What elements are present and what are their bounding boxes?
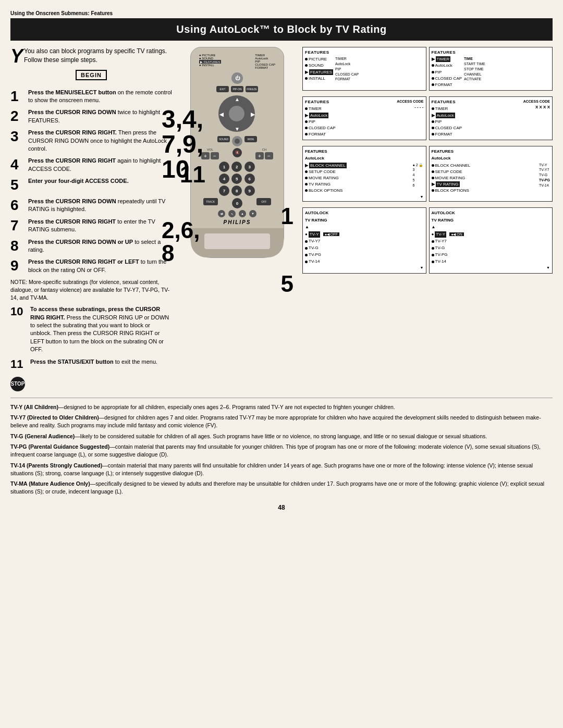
arrow-icon: ▶ <box>432 181 435 187</box>
panel-8-subtitle: TV RATING <box>432 217 550 224</box>
btn-1[interactable]: 1 <box>219 162 229 172</box>
ch-group: CH + − <box>255 148 273 159</box>
btn-5[interactable]: 5 <box>231 174 242 184</box>
btn-6[interactable]: 6 <box>244 174 255 184</box>
panel-3-title: FEATURES <box>305 99 336 105</box>
step-2: 2 Press the CURSOR RING DOWN twice to hi… <box>10 108 172 125</box>
pip-btn[interactable]: PIP-ON <box>231 86 243 92</box>
panel-6-block: BLOCK OPTIONS <box>432 188 471 193</box>
bullet-icon <box>305 133 308 135</box>
ch-label: CH <box>262 148 267 151</box>
panel-6-setup: SETUP CODE <box>432 169 471 175</box>
right-column: FEATURES PICTURE SOUND ▶ FEATURES INSTAL… <box>302 47 553 391</box>
panel-5-blockch: ▶ BLOCK CHANNEL <box>305 163 347 168</box>
btn-2[interactable]: 2 <box>231 162 242 172</box>
bullet-icon <box>432 71 434 73</box>
ch-btns: + − <box>255 152 273 159</box>
panel-7-subtitle: TV RATING <box>305 217 424 224</box>
remote-top-row: ⏻ <box>196 71 278 85</box>
btn-3[interactable]: 3 <box>244 162 255 172</box>
panel-7-tvpg: TV-PG <box>305 252 424 258</box>
bullet-icon <box>305 240 308 243</box>
bullet-icon <box>432 170 434 173</box>
step-3: 3 Press the CURSOR RING RIGHT. Then pres… <box>10 129 172 153</box>
track-btn[interactable]: TRACK <box>203 198 218 205</box>
sound-btn[interactable]: SOUND <box>217 136 230 142</box>
panel-2-pip: PIP <box>432 69 462 75</box>
panel-1-install: INSTALL <box>305 76 333 81</box>
pip-ch-dn[interactable]: ▼ <box>249 210 256 217</box>
panel-5-block: BLOCK OPTIONS <box>305 188 347 193</box>
step-2-text: Press the CURSOR RING DOWN twice to high… <box>28 108 172 125</box>
power-button[interactable]: ⏻ <box>231 72 243 84</box>
panel-4-pip: PIP <box>432 119 462 125</box>
bullet-icon <box>305 120 308 123</box>
off-badge: ●◀ OFF <box>323 231 339 238</box>
step-1-text: Press the MENU/SELECT button on the remo… <box>28 89 172 105</box>
special-row: TRACK 0 OFF <box>196 198 278 208</box>
vol-minus[interactable]: − <box>211 152 219 159</box>
step-8-number: 8 <box>10 238 25 254</box>
panel-features-2: FEATURES ▶ TIMER AutoLock PIP CLOSED CAP… <box>429 47 553 91</box>
step-2-number: 2 <box>10 108 25 125</box>
pip-swap[interactable]: ⇄ <box>218 210 225 217</box>
step-list: 1 Press the MENU/SELECT button on the re… <box>10 89 172 275</box>
arrow-icon: ▶ <box>305 113 308 118</box>
arrow-down-icon: ▼ <box>235 126 240 132</box>
bullet-icon <box>432 261 434 263</box>
freeze-btn[interactable]: FREEZE <box>246 86 258 92</box>
step-9-number: 9 <box>10 258 25 274</box>
step-10-number: 10 <box>10 305 27 318</box>
overlay-numbers-268: 2,6,8 <box>162 219 200 265</box>
panel-6-tvrating: ▶ TV RATING <box>432 181 471 187</box>
panels-row-4: AutoLock TV RATING ▲ ● TV-Y ●◀ OFF TV-Y7… <box>302 207 553 274</box>
btn-0[interactable]: 0 <box>232 198 242 208</box>
wide-btn[interactable]: WIDE <box>244 136 257 142</box>
arrow-left-icon: ◀ <box>219 112 224 117</box>
bullet-icon <box>432 133 434 135</box>
ch-minus[interactable]: − <box>265 152 273 159</box>
arrow-icon: ▶ <box>432 113 435 118</box>
panels-row-3: FEATURES AutoLock ▶ BLOCK CHANNEL SETUP … <box>302 146 553 202</box>
btn-9[interactable]: 9 <box>244 186 255 196</box>
pip-ch-up[interactable]: ▲ <box>239 210 246 217</box>
ch-plus[interactable]: + <box>255 152 264 159</box>
step-1-number: 1 <box>10 89 25 105</box>
panel-2-format: FORMAT <box>432 82 462 88</box>
pip-pos[interactable]: ↖ <box>228 210 236 217</box>
bullet-icon <box>432 240 434 243</box>
vol-btns: + − <box>201 152 219 159</box>
panel-3-format: FORMAT <box>305 131 336 137</box>
bullet-icon <box>305 177 308 179</box>
panel-4-title: FEATURES <box>432 99 462 105</box>
menu-select-btn[interactable] <box>232 136 242 146</box>
panel-3-pip: PIP <box>305 119 336 125</box>
panel-1-features: ▶ FEATURES <box>305 69 333 75</box>
panel-1-content: PICTURE SOUND ▶ FEATURES INSTALL TIMER A… <box>305 56 424 82</box>
step-7: 7 Press the CURSOR RING RIGHT to enter t… <box>10 218 172 234</box>
panel-3-autolock: ▶ AutoLock <box>305 113 336 118</box>
arrow-icon: ● <box>432 231 434 238</box>
panel-8-title: AutoLock <box>432 210 550 216</box>
bottom-text-area: TV-Y (All Children)—designed to be appro… <box>10 398 553 499</box>
step-11: 11 Press the STATUS/EXIT button to exit … <box>10 358 172 371</box>
mute-btn[interactable]: 🔇 <box>232 148 242 157</box>
intro-body: You also can block programs by specific … <box>24 47 167 64</box>
btn-8[interactable]: 8 <box>231 186 242 196</box>
bullet-icon <box>432 164 434 167</box>
remote-wrapper: ● PICTURE ● SOUND ▶ FEATURES ● INSTALL T… <box>190 47 284 258</box>
step-3-text: Press the CURSOR RING RIGHT. Then press … <box>28 129 172 153</box>
btn-7[interactable]: 7 <box>219 186 229 196</box>
panel-4-cc: CLOSED CAP <box>432 125 462 131</box>
step-8: 8 Press the CURSOR RING DOWN or UP to se… <box>10 238 172 254</box>
bullet-icon <box>432 254 434 256</box>
exit-btn[interactable]: EXIT <box>216 86 229 92</box>
panel-5-tv: TV RATING <box>305 181 347 187</box>
panel-tv-rating-on: AutoLock TV RATING ▲ ● TV-Y ●◀ ON TV-Y7 … <box>429 207 553 274</box>
panel-2-cc: CLOSED CAP <box>432 76 462 81</box>
bullet-icon <box>305 189 308 192</box>
panel-features-1: FEATURES PICTURE SOUND ▶ FEATURES INSTAL… <box>302 47 426 91</box>
page-container: Using the Onscreen Submenus: Features Us… <box>10 10 553 511</box>
btn-4[interactable]: 4 <box>219 174 229 184</box>
off-btn[interactable]: OFF <box>256 198 271 205</box>
